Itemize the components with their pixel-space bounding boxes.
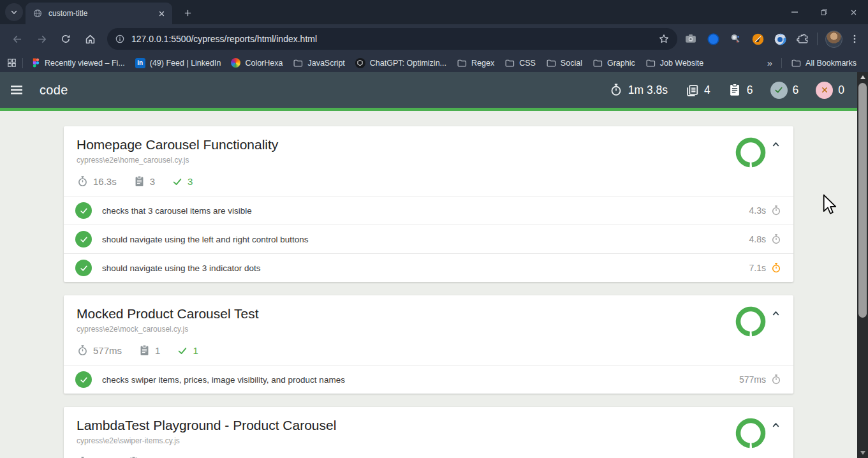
browser-menu-button[interactable]: [849, 33, 860, 45]
bookmark-label: Job Website: [660, 59, 704, 68]
tests-clipboard-icon: [728, 83, 742, 97]
new-tab-button[interactable]: [179, 4, 196, 22]
forward-arrow-icon: [36, 33, 48, 45]
restore-button[interactable]: [809, 0, 839, 24]
suite-stats: 16.3s 3 3: [77, 175, 278, 188]
close-icon: [850, 8, 858, 17]
bookmark-item-linkedin[interactable]: in (49) Feed | LinkedIn: [130, 56, 226, 70]
apps-grid-icon[interactable]: [6, 57, 17, 68]
scrollbar-down-arrow[interactable]: [857, 448, 868, 458]
blue-dot-extension-icon[interactable]: [706, 32, 720, 46]
timer-icon: [609, 83, 623, 97]
figma-icon: [32, 58, 40, 68]
menu-hamburger-button[interactable]: [9, 82, 24, 98]
folder-icon: [457, 58, 467, 68]
test-list: checks that 3 carousel items are visible…: [64, 196, 793, 282]
bookmark-item-chatgpt[interactable]: ChatGPT: Optimizin...: [350, 56, 452, 70]
test-list: checks swiper items, prices, image visib…: [64, 365, 793, 394]
suite-title: LambdaTest Playground - Product Carousel: [77, 418, 336, 433]
bookmark-label: ColorHexa: [245, 59, 283, 68]
kebab-menu-icon: [849, 33, 860, 45]
collapse-chevron-icon[interactable]: [771, 309, 781, 318]
forward-button[interactable]: [31, 29, 52, 49]
bookmark-folder-css[interactable]: CSS: [499, 56, 541, 70]
restore-icon: [820, 8, 828, 17]
pass-donut-chart: [735, 137, 766, 168]
bookmark-folder-graphic[interactable]: Graphic: [587, 56, 640, 70]
scrollbar-thumb[interactable]: [858, 83, 867, 318]
timer-icon: [77, 344, 89, 357]
bookmark-item-colorhexa[interactable]: ColorHexa: [226, 56, 288, 70]
address-bar[interactable]: 127.0.0.1:5500/cypress/reports/html/inde…: [107, 28, 677, 50]
bookmark-item-figma[interactable]: Recently viewed – Fi...: [27, 56, 130, 70]
bookmarks-overflow-button[interactable]: »: [762, 57, 777, 68]
bookmark-label: CSS: [519, 59, 536, 68]
browser-tab[interactable]: custom-title: [26, 3, 172, 24]
folder-icon: [791, 58, 801, 68]
collapse-chevron-icon[interactable]: [771, 140, 781, 149]
minimize-icon: [791, 8, 798, 16]
reload-icon: [60, 33, 71, 45]
timer-icon: [77, 175, 89, 188]
collapse-chevron-icon[interactable]: [771, 420, 781, 430]
bookmark-label: Regex: [471, 59, 494, 68]
suite-card: Mocked Product Carousel Test cypress\e2e…: [64, 295, 793, 394]
bookmark-folder-social[interactable]: Social: [541, 56, 587, 70]
extensions-puzzle-icon[interactable]: [795, 32, 809, 46]
home-button[interactable]: [80, 29, 100, 49]
bookmarks-bar: Recently viewed – Fi... in (49) Feed | L…: [0, 54, 868, 72]
reload-button[interactable]: [55, 29, 76, 49]
timer-icon: [770, 233, 782, 245]
orange-badge-extension-icon[interactable]: [751, 32, 765, 46]
failures-count-stat[interactable]: 0: [816, 82, 844, 99]
folder-icon: [504, 58, 515, 68]
close-window-button[interactable]: [839, 0, 868, 24]
chevron-down-icon: [10, 8, 18, 17]
suite-header: Homepage Carousel Functionality cypress\…: [64, 126, 793, 196]
bookmarks-divider: [781, 58, 782, 68]
magnifier-extension-icon[interactable]: [728, 32, 742, 46]
suite-card: Homepage Carousel Functionality cypress\…: [64, 126, 793, 282]
test-row[interactable]: checks swiper items, prices, image visib…: [64, 365, 793, 394]
bookmark-folder-regex[interactable]: Regex: [452, 56, 499, 70]
tab-close-icon[interactable]: [156, 8, 167, 19]
test-row[interactable]: should navigate using the left and right…: [64, 225, 793, 253]
profile-avatar[interactable]: [825, 31, 842, 48]
home-icon: [84, 33, 96, 45]
report-page: code 1m 3.8s 4 6 6 0: [0, 72, 857, 458]
pass-donut-chart: [735, 418, 766, 448]
summary-stats: 1m 3.8s 4 6 6 0: [609, 82, 844, 99]
swirl-extension-icon[interactable]: [773, 32, 787, 46]
scrollbar-up-arrow[interactable]: [857, 72, 868, 82]
suite-passes-stat: 1: [177, 345, 198, 357]
back-button[interactable]: [7, 29, 27, 49]
page-scrollbar[interactable]: [857, 72, 868, 458]
bookmark-label: JavaScript: [307, 59, 344, 68]
screenshot-extension-icon[interactable]: [684, 32, 698, 46]
report-title: code: [40, 83, 68, 98]
minimize-button[interactable]: [780, 0, 809, 24]
suite-tests-stat: 3: [133, 175, 155, 188]
all-bookmarks-label: All Bookmarks: [805, 59, 857, 68]
back-arrow-icon: [11, 33, 24, 45]
test-row[interactable]: checks that 3 carousel items are visible…: [64, 196, 793, 225]
pass-check-icon: [75, 231, 92, 247]
bookmark-folder-javascript[interactable]: JavaScript: [288, 56, 349, 70]
pass-check-icon: [75, 202, 92, 219]
suite-stats: 577ms 1 1: [77, 344, 259, 357]
suite-title: Mocked Product Carousel Test: [77, 306, 259, 321]
bookmark-star-icon[interactable]: [658, 33, 670, 45]
bookmark-folder-job-website[interactable]: Job Website: [640, 56, 709, 70]
plus-icon: [183, 8, 193, 18]
bookmark-label: Social: [561, 59, 582, 68]
site-info-icon[interactable]: [115, 34, 125, 44]
folder-icon: [645, 58, 656, 68]
test-duration: 577ms: [739, 374, 782, 385]
test-row[interactable]: should navigate using the 3 indicator do…: [64, 253, 793, 282]
bookmarks-divider: [22, 58, 23, 68]
check-icon: [172, 176, 183, 188]
suite-filepath: cypress\e2e\swiper-items.cy.js: [77, 436, 336, 445]
tab-search-button[interactable]: [5, 3, 23, 21]
passes-count-stat[interactable]: 6: [770, 82, 799, 99]
all-bookmarks-button[interactable]: All Bookmarks: [786, 56, 862, 70]
